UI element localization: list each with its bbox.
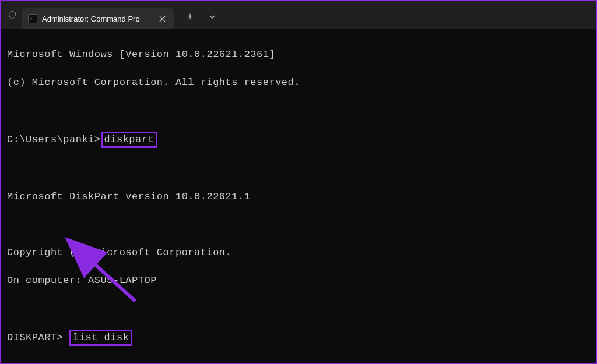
terminal-tab-icon [28,14,37,23]
tab-close-button[interactable] [156,13,168,24]
new-tab-button[interactable]: + [181,8,199,26]
tab-title: Administrator: Command Pro [42,15,152,23]
copyright-line: (c) Microsoft Corporation. All rights re… [7,76,590,90]
windows-version-line: Microsoft Windows [Version 10.0.22621.23… [7,48,590,62]
diskpart-version-line: Microsoft DiskPart version 10.0.22621.1 [7,190,590,204]
shield-icon [7,9,17,21]
blank [7,162,590,176]
computer-name-line: On computer: ASUS-LAPTOP [7,274,590,288]
prompt-path: C:\Users\panki> [7,134,101,145]
diskpart-copyright-line: Copyright (C) Microsoft Corporation. [7,246,590,260]
listdisk-command-highlight: list disk [69,330,132,346]
blank [7,360,590,364]
diskpart-prompt: DISKPART> [7,332,63,343]
window-titlebar: Administrator: Command Pro + [1,1,596,29]
blank [7,302,590,316]
tab-dropdown-button[interactable] [203,8,222,26]
blank [7,218,590,232]
prompt-listdisk: DISKPART> list disk [7,330,590,346]
diskpart-command-highlight: diskpart [101,132,158,148]
terminal-tab[interactable]: Administrator: Command Pro [22,8,174,29]
blank [7,104,590,118]
terminal-output[interactable]: Microsoft Windows [Version 10.0.22621.23… [1,29,596,363]
prompt-diskpart: C:\Users\panki>diskpart [7,132,590,148]
